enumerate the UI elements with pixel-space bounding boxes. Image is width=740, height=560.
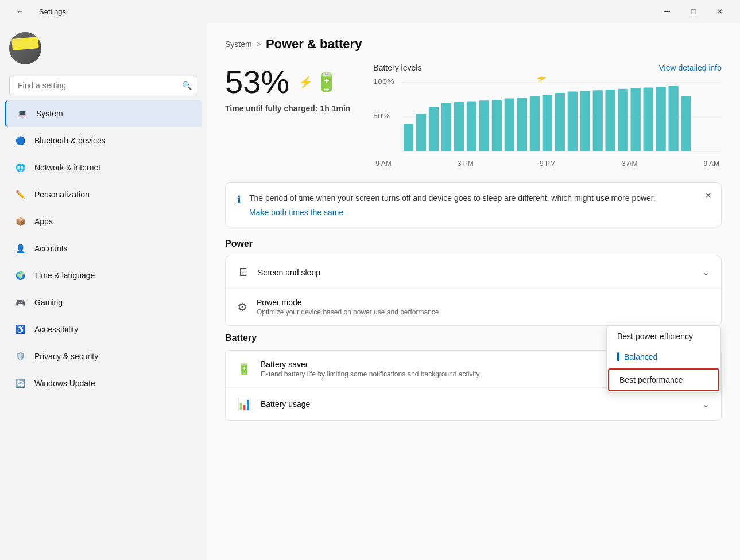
chart-label-3am: 3 AM	[622, 160, 637, 168]
battery-saver-icon: 🔋	[237, 362, 251, 376]
back-button[interactable]: ←	[7, 2, 33, 21]
sidebar-item-gaming[interactable]: 🎮 Gaming	[5, 289, 202, 316]
svg-rect-10	[454, 102, 464, 151]
svg-rect-13	[492, 100, 502, 151]
time-value: 1h 1min	[320, 104, 350, 113]
info-close-button[interactable]: ✕	[704, 190, 712, 201]
sidebar-item-privacy[interactable]: 🛡️ Privacy & security	[5, 343, 202, 370]
sidebar-item-bluetooth[interactable]: 🔵 Bluetooth & devices	[5, 127, 202, 154]
screen-sleep-right: ⌄	[702, 267, 710, 278]
sidebar: 🔍 💻 System 🔵 Bluetooth & devices 🌐 Netwo…	[0, 23, 207, 560]
battery-percent: 53%	[225, 63, 289, 100]
sidebar-item-accounts[interactable]: 👤 Accounts	[5, 235, 202, 262]
nav-label-apps: Apps	[34, 217, 53, 226]
chart-title: Battery levels	[373, 63, 421, 72]
svg-rect-22	[606, 90, 615, 151]
svg-rect-8	[429, 107, 439, 151]
battery-status-row: 53% ⚡ 🔋 Time until fully charged: 1h 1mi…	[225, 63, 722, 169]
dropdown-balanced[interactable]: Balanced	[607, 347, 720, 367]
app-container: 🔍 💻 System 🔵 Bluetooth & devices 🌐 Netwo…	[0, 23, 740, 560]
svg-text:50%: 50%	[373, 113, 390, 119]
chart-label-9pm: 9 PM	[540, 160, 556, 168]
nav-icon-apps: 📦	[14, 215, 26, 228]
svg-text:100%: 100%	[373, 79, 394, 85]
nav-icon-gaming: 🎮	[14, 296, 26, 309]
maximize-button[interactable]: □	[680, 2, 707, 21]
app-title: Settings	[39, 7, 66, 16]
svg-rect-6	[404, 124, 413, 151]
nav-label-time: Time & language	[34, 271, 95, 280]
battery-usage-text: Battery usage	[261, 399, 693, 409]
balanced-indicator	[617, 352, 619, 361]
svg-rect-26	[656, 87, 666, 151]
dropdown-efficiency[interactable]: Best power efficiency	[607, 326, 720, 347]
nav-label-gaming: Gaming	[34, 298, 63, 307]
screen-sleep-row[interactable]: 🖥 Screen and sleep ⌄	[226, 256, 721, 289]
svg-rect-27	[669, 86, 679, 151]
nav-icon-accounts: 👤	[14, 242, 26, 255]
breadcrumb-separator: >	[257, 40, 261, 49]
svg-rect-25	[644, 87, 653, 151]
svg-rect-23	[618, 89, 628, 151]
svg-rect-16	[530, 96, 540, 151]
search-input[interactable]	[9, 76, 197, 95]
balanced-label: Balanced	[624, 352, 657, 361]
sidebar-item-system[interactable]: 💻 System	[5, 100, 202, 127]
screen-sleep-label: Screen and sleep	[258, 268, 693, 277]
screen-sleep-icon: 🖥	[237, 266, 249, 279]
chart-label-9am2: 9 AM	[704, 160, 719, 168]
battery-chart-svg: 100% 50% ⚡	[373, 77, 722, 157]
user-profile[interactable]	[0, 23, 207, 76]
nav-label-personalization: Personalization	[34, 190, 90, 199]
power-mode-icon: ⚙	[237, 300, 247, 314]
breadcrumb: System > Power & battery	[225, 37, 722, 52]
svg-rect-24	[631, 88, 641, 151]
charging-icon: ⚡	[299, 75, 313, 89]
power-mode-label: Power mode	[257, 298, 710, 307]
sidebar-item-time[interactable]: 🌍 Time & language	[5, 262, 202, 289]
chart-container: 100% 50% ⚡ 9 AM 3 PM 9 PM 3 AM	[373, 77, 722, 169]
battery-usage-right: ⌄	[702, 399, 710, 410]
chart-header: Battery levels View detailed info	[373, 63, 722, 72]
svg-text:⚡: ⚡	[536, 77, 548, 82]
battery-saver-text: Battery saver Extend battery life by lim…	[261, 360, 634, 378]
breadcrumb-current: Power & battery	[266, 37, 362, 52]
nav-container: 💻 System 🔵 Bluetooth & devices 🌐 Network…	[0, 100, 207, 397]
svg-rect-11	[467, 101, 476, 151]
svg-rect-21	[593, 90, 603, 151]
info-text: The period of time when your screen turn…	[249, 192, 710, 217]
info-link[interactable]: Make both times the same	[249, 208, 343, 217]
nav-icon-network: 🌐	[14, 161, 26, 174]
info-icon: ℹ	[237, 193, 241, 206]
svg-rect-9	[441, 103, 451, 151]
svg-rect-28	[681, 96, 691, 151]
sidebar-item-network[interactable]: 🌐 Network & internet	[5, 154, 202, 181]
svg-rect-17	[543, 95, 552, 151]
close-button[interactable]: ✕	[707, 2, 733, 21]
performance-label: Best performance	[619, 375, 683, 384]
efficiency-label: Best power efficiency	[617, 332, 693, 341]
sidebar-item-personalization[interactable]: ✏️ Personalization	[5, 181, 202, 208]
svg-rect-19	[568, 92, 578, 151]
window-controls: ─ □ ✕	[654, 2, 733, 21]
battery-saver-sublabel: Extend battery life by limiting some not…	[261, 370, 634, 378]
power-section-title: Power	[225, 239, 722, 249]
sidebar-item-accessibility[interactable]: ♿ Accessibility	[5, 316, 202, 343]
minimize-button[interactable]: ─	[654, 2, 680, 21]
dropdown-performance[interactable]: Best performance	[608, 368, 719, 391]
battery-display: 53% ⚡ 🔋	[225, 63, 350, 100]
power-card: 🖥 Screen and sleep ⌄ ⚙ Power mode Optimi…	[225, 256, 722, 326]
avatar-image	[9, 32, 41, 64]
chart-link[interactable]: View detailed info	[659, 63, 722, 72]
svg-rect-7	[416, 114, 426, 151]
power-mode-row[interactable]: ⚙ Power mode Optimize your device based …	[226, 289, 721, 325]
power-mode-sublabel: Optimize your device based on power use …	[257, 308, 710, 316]
sidebar-item-apps[interactable]: 📦 Apps	[5, 208, 202, 235]
battery-chart-section: Battery levels View detailed info 100% 5…	[373, 63, 722, 169]
battery-icon: 🔋	[315, 71, 338, 93]
sidebar-item-windows_update[interactable]: 🔄 Windows Update	[5, 370, 202, 396]
titlebar-left: ← Settings	[7, 2, 66, 21]
power-mode-text: Power mode Optimize your device based on…	[257, 298, 710, 316]
svg-rect-20	[580, 91, 590, 151]
nav-label-system: System	[36, 109, 63, 118]
